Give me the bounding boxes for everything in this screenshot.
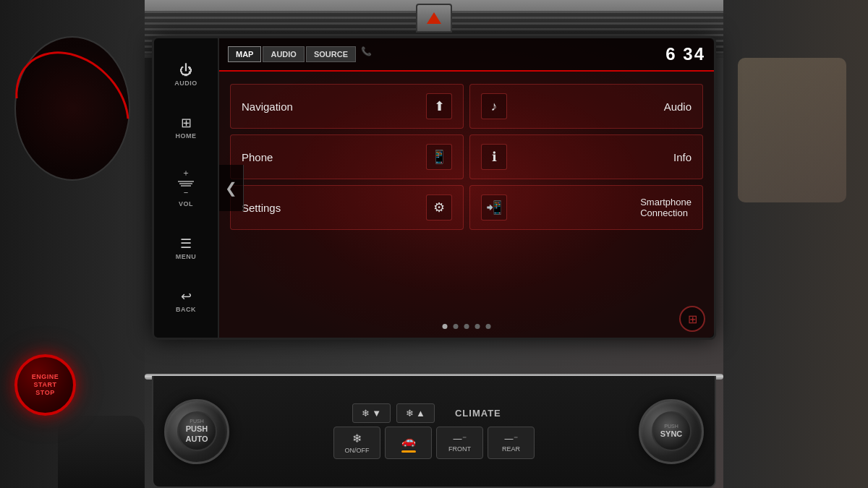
smartphone-icon: 📲 [481,194,507,221]
fan-down-button[interactable]: ❄ ▼ [352,403,391,423]
tab-audio[interactable]: AUDIO [263,46,304,62]
tab-source[interactable]: SOURCE [306,46,356,62]
clock-display: 6 34 [665,44,705,64]
back-button[interactable]: ↩ BACK [170,284,202,317]
climate-panel: PUSH PUSH AUTO ❄ ▼ ❄ ▲ CLIMATE ❄ ON/OFF … [152,376,716,488]
volume-button[interactable]: ＋ － VOL [172,163,200,212]
front-defrost-icon: —⁻ [454,434,467,444]
navigation-button[interactable]: Navigation ⬆ [230,84,464,129]
dot-2 [454,324,459,329]
engine-start-stop-button[interactable]: ENGINESTARTSTOP [14,354,76,416]
dot-5 [486,324,491,329]
smartphone-button[interactable]: 📲 SmartphoneConnection [469,185,703,230]
menu-grid: Navigation ⬆ ♪ Audio Phone 📱 ℹ Info Sett… [219,75,714,239]
settings-label: Settings [242,202,281,214]
right-sync-knob[interactable]: PUSH SYNC [639,399,704,464]
gauge-arc [0,29,152,189]
main-screen: MAP AUDIO SOURCE 📞 6 34 ❮ Navigation ⬆ ♪… [219,38,714,338]
audio-menu-button[interactable]: ♪ Audio [469,84,703,129]
left-temp-knob[interactable]: PUSH PUSH AUTO [164,399,229,464]
right-dash-detail [738,58,846,202]
screen-topbar: MAP AUDIO SOURCE 📞 6 34 [219,38,714,72]
navigation-label: Navigation [242,100,293,113]
phone-label: Phone [242,151,273,163]
menu-icon: ☰ [180,236,192,252]
left-knob-inner: PUSH PUSH AUTO [177,411,217,451]
tab-map[interactable]: MAP [228,46,261,62]
hazard-icon [427,12,441,24]
power-icon: ⏻ [179,63,192,78]
hazard-area [416,4,452,33]
fan-up-button[interactable]: ❄ ▲ [396,403,435,423]
gauge-cluster [14,36,130,181]
right-sync-label: SYNC [660,429,683,439]
back-arrow[interactable]: ❮ [219,165,244,211]
front-defrost-button[interactable]: —⁻ FRONT [436,427,483,459]
phone-button[interactable]: Phone 📱 [230,134,464,179]
phone-menu-icon: 📱 [426,144,452,170]
phone-icon: 📞 [361,46,372,62]
info-label: Info [673,151,692,163]
screen-tabs: MAP AUDIO SOURCE 📞 [228,46,372,62]
right-knob-inner: PUSH SYNC [652,411,692,451]
rear-defrost-icon: —⁻ [505,434,518,444]
settings-icon: ⚙ [426,194,452,221]
dot-3 [464,324,469,329]
right-sync-knob-container: PUSH SYNC [639,399,704,464]
audio-icon: ♪ [481,93,507,119]
recirculate-icon: 🚗 [401,434,416,448]
dot-1 [443,324,448,329]
navigation-icon: ⬆ [426,93,452,119]
rear-label: REAR [502,445,520,453]
fan-down-icon: ❄ [362,408,370,419]
infotainment-unit: ⏻ AUDIO ⊞ HOME ＋ － VOL ☰ MENU ↩ BACK [152,36,716,340]
ac-onoff-button[interactable]: ❄ ON/OFF [333,427,380,459]
right-dashboard-panel [723,0,868,488]
climate-top-row: ❄ ▼ ❄ ▲ CLIMATE [352,403,516,423]
minus-icon: － [182,187,190,199]
home-icon: ⊞ [181,115,192,131]
back-icon: ↩ [181,288,192,304]
active-indicator [401,450,416,453]
menu-button[interactable]: ☰ MENU [170,231,203,265]
steering-column [58,416,145,488]
onoff-label: ON/OFF [345,447,370,454]
volume-bars [178,181,194,187]
home-button[interactable]: ⊞ HOME [170,111,203,144]
smartphone-label: SmartphoneConnection [640,197,692,218]
engine-label: ENGINESTARTSTOP [32,373,59,396]
rear-defrost-button[interactable]: —⁻ REAR [488,427,535,459]
front-label: FRONT [448,445,471,453]
climate-center-controls: ❄ ▼ ❄ ▲ CLIMATE ❄ ON/OFF 🚗 —⁻ FRONT [237,376,631,487]
fan-up-icon: ❄ [406,408,414,419]
info-icon: ℹ [481,144,507,170]
page-dots [443,324,491,329]
left-temp-knob-container: PUSH PUSH AUTO [164,399,229,464]
hazard-button[interactable] [416,4,452,33]
audio-button[interactable]: ⏻ AUDIO [169,59,203,91]
fan-up-arrow: ▲ [416,408,425,419]
fan-down-arrow: ▼ [372,408,381,419]
left-auto-label: PUSH AUTO [179,424,216,443]
recirculate-button[interactable]: 🚗 [385,427,432,459]
plus-icon: ＋ [182,167,190,179]
left-push-label: PUSH [190,419,203,424]
climate-bottom-row: ❄ ON/OFF 🚗 —⁻ FRONT —⁻ REAR [333,427,535,459]
engine-btn-area: ENGINESTARTSTOP [14,354,76,416]
info-button[interactable]: ℹ Info [469,134,703,179]
grid-view-button[interactable]: ⊞ [679,306,705,332]
side-buttons-panel: ⏻ AUDIO ⊞ HOME ＋ － VOL ☰ MENU ↩ BACK [154,38,219,338]
dot-4 [475,324,480,329]
right-push-label: PUSH [664,424,678,429]
audio-label: Audio [664,100,692,113]
settings-button[interactable]: Settings ⚙ [230,185,464,230]
snowflake-icon: ❄ [352,432,362,445]
climate-label: CLIMATE [441,408,516,419]
